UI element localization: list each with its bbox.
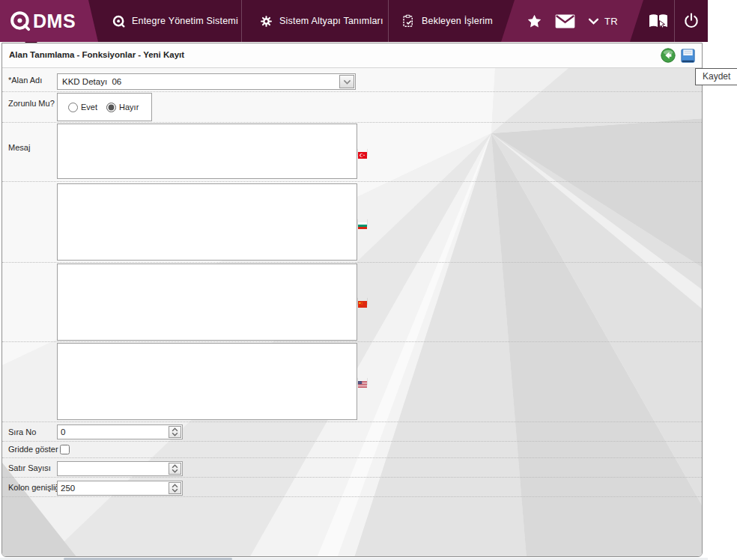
gear-icon <box>260 15 273 28</box>
required-radio-evet[interactable] <box>68 103 78 112</box>
menu-item-bekleyen-islerim[interactable]: Bekleyen İşlerim <box>401 0 493 42</box>
required-radio-group: Evet Hayır <box>57 93 152 121</box>
navbar-divider <box>388 0 389 42</box>
turkey-flag-icon <box>358 148 367 155</box>
column-width-field <box>57 481 183 496</box>
select-dropdown-button[interactable] <box>339 75 354 88</box>
clipboard-icon <box>401 14 415 28</box>
menu-item-entegre-yonetim-sistemi[interactable]: Entegre Yönetim Sistemi <box>112 0 238 42</box>
row-divider <box>2 441 702 442</box>
required-label: Zorunlu Mu? <box>8 99 55 108</box>
logout-button[interactable] <box>675 0 708 42</box>
message-label: Mesaj <box>8 143 30 152</box>
qdms-logo-text: DMS <box>33 10 76 32</box>
qdms-circle-icon <box>112 15 125 28</box>
row-divider <box>2 496 702 497</box>
save-tooltip: Kaydet <box>695 68 737 85</box>
order-no-field <box>57 424 183 439</box>
row-divider <box>2 421 702 422</box>
message-textarea-turkish[interactable] <box>57 124 357 179</box>
row-divider <box>2 341 702 342</box>
row-divider <box>2 91 702 92</box>
qdms-logo-icon <box>10 10 31 31</box>
china-flag-icon <box>358 297 367 304</box>
row-divider <box>2 262 702 263</box>
bulgaria-flag-icon <box>358 219 367 225</box>
back-button[interactable] <box>661 48 676 63</box>
menu-label: Sistem Altyapı Tanımları <box>279 16 383 26</box>
app-window: DMS Entegre Yönetim Sistemi <box>0 0 737 560</box>
menu-label: Bekleyen İşlerim <box>422 16 493 26</box>
row-divider <box>2 457 702 458</box>
power-icon <box>683 13 700 29</box>
row-divider <box>2 181 702 182</box>
row-divider <box>2 122 702 123</box>
order-no-spinner[interactable] <box>169 426 181 438</box>
column-width-label: Kolon genişliği <box>8 483 61 492</box>
favorites-star-icon[interactable] <box>527 13 542 29</box>
order-no-input[interactable] <box>58 425 167 439</box>
show-in-grid-checkbox[interactable] <box>60 445 70 454</box>
row-divider <box>2 477 702 478</box>
chevron-down-icon <box>588 18 599 25</box>
column-width-spinner[interactable] <box>169 482 181 494</box>
navbar-quick-actions: TR <box>501 0 643 42</box>
content-panel: Alan Tanımlama - Fonksiyonlar - Yeni Kay… <box>1 43 703 557</box>
column-width-input[interactable] <box>58 481 167 495</box>
field-name-label: *Alan Adı <box>8 76 42 85</box>
language-code: TR <box>604 16 618 27</box>
top-navbar: DMS Entegre Yönetim Sistemi <box>0 0 708 42</box>
row-count-field <box>57 461 183 476</box>
menu-item-sistem-altyapi-tanimlari[interactable]: Sistem Altyapı Tanımları <box>260 0 383 42</box>
usa-flag-icon <box>358 377 367 384</box>
show-in-grid-label: Gridde göster <box>8 445 58 454</box>
help-book-icon <box>648 12 669 31</box>
required-radio-hayir[interactable] <box>106 103 116 112</box>
message-textarea-bulgarian[interactable] <box>57 183 357 261</box>
breadcrumb-bar: Alan Tanımlama - Fonksiyonlar - Yeni Kay… <box>2 43 702 68</box>
navbar-divider <box>241 0 242 42</box>
menu-label: Entegre Yönetim Sistemi <box>132 16 238 26</box>
required-option-label: Hayır <box>119 103 139 112</box>
row-count-spinner[interactable] <box>169 463 181 475</box>
required-option-label: Evet <box>81 103 97 112</box>
mail-icon[interactable] <box>555 14 575 28</box>
language-selector[interactable]: TR <box>588 16 618 27</box>
help-book-button[interactable] <box>643 0 673 42</box>
order-no-label: Sıra No <box>8 427 36 436</box>
message-textarea-english[interactable] <box>57 343 357 420</box>
field-name-select[interactable]: KKD Detayı 06 <box>57 73 356 90</box>
qdms-logo[interactable]: DMS <box>0 0 98 42</box>
row-count-label: Satır Sayısı <box>8 463 51 472</box>
breadcrumb: Alan Tanımlama - Fonksiyonlar - Yeni Kay… <box>9 50 184 59</box>
row-count-input[interactable] <box>58 462 167 475</box>
message-textarea-chinese[interactable] <box>57 264 357 341</box>
save-button[interactable] <box>679 47 697 64</box>
field-name-value: KKD Detayı 06 <box>62 77 121 86</box>
